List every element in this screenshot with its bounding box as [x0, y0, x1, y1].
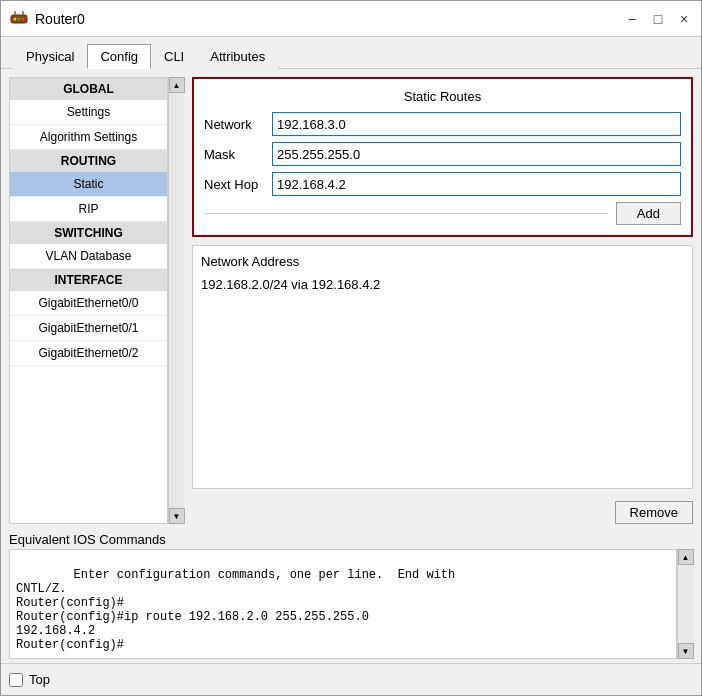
sidebar-item-vlan-database[interactable]: VLAN Database	[10, 244, 167, 269]
window-controls: − □ ×	[623, 10, 693, 28]
sidebar-item-settings[interactable]: Settings	[10, 100, 167, 125]
nexthop-row: Next Hop	[204, 172, 681, 196]
network-row: Network	[204, 112, 681, 136]
sidebar-list: GLOBAL Settings Algorithm Settings ROUTI…	[9, 77, 168, 524]
sidebar-item-ge02[interactable]: GigabitEthernet0/2	[10, 341, 167, 366]
maximize-button[interactable]: □	[649, 10, 667, 28]
sidebar-header-routing: ROUTING	[10, 150, 167, 172]
sidebar-header-switching: SWITCHING	[10, 222, 167, 244]
mask-label: Mask	[204, 147, 272, 162]
top-checkbox[interactable]	[9, 673, 23, 687]
bottom-panel: Equivalent IOS Commands Enter configurat…	[1, 532, 701, 663]
ios-scroll-down[interactable]: ▼	[678, 643, 694, 659]
remove-button[interactable]: Remove	[615, 501, 693, 524]
sidebar-item-ge00[interactable]: GigabitEthernet0/0	[10, 291, 167, 316]
mask-row: Mask	[204, 142, 681, 166]
sidebar: GLOBAL Settings Algorithm Settings ROUTI…	[9, 77, 184, 524]
sidebar-header-interface: INTERFACE	[10, 269, 167, 291]
add-button[interactable]: Add	[616, 202, 681, 225]
sidebar-item-static[interactable]: Static	[10, 172, 167, 197]
network-label: Network	[204, 117, 272, 132]
svg-rect-5	[22, 11, 24, 15]
ios-scrollbar[interactable]: ▲ ▼	[677, 549, 693, 659]
sidebar-header-global: GLOBAL	[10, 78, 167, 100]
svg-point-2	[18, 17, 21, 20]
ios-scroll-up[interactable]: ▲	[678, 549, 694, 565]
static-routes-box: Static Routes Network Mask Next Hop Add	[192, 77, 693, 237]
static-routes-title: Static Routes	[204, 89, 681, 104]
scroll-up-arrow[interactable]: ▲	[169, 77, 185, 93]
scroll-down-arrow[interactable]: ▼	[169, 508, 185, 524]
ios-console[interactable]: Enter configuration commands, one per li…	[9, 549, 677, 659]
form-divider	[204, 213, 608, 214]
window-title: Router0	[35, 11, 623, 27]
svg-rect-4	[14, 11, 16, 15]
tab-config[interactable]: Config	[87, 44, 151, 69]
sidebar-scrollbar[interactable]: ▲ ▼	[168, 77, 184, 524]
router-icon	[9, 9, 29, 29]
svg-point-3	[22, 17, 25, 20]
network-address-box: Network Address 192.168.2.0/24 via 192.1…	[192, 245, 693, 489]
sidebar-item-algorithm-settings[interactable]: Algorithm Settings	[10, 125, 167, 150]
ios-console-wrap: Enter configuration commands, one per li…	[9, 549, 693, 659]
tab-physical[interactable]: Physical	[13, 44, 87, 69]
tab-bar: Physical Config CLI Attributes	[1, 37, 701, 69]
sidebar-item-rip[interactable]: RIP	[10, 197, 167, 222]
add-row: Add	[204, 202, 681, 225]
status-bar: Top	[1, 663, 701, 695]
ios-label: Equivalent IOS Commands	[9, 532, 693, 547]
nexthop-input[interactable]	[272, 172, 681, 196]
mask-input[interactable]	[272, 142, 681, 166]
remove-row: Remove	[192, 501, 693, 524]
close-button[interactable]: ×	[675, 10, 693, 28]
network-address-title: Network Address	[201, 254, 684, 269]
tab-attributes[interactable]: Attributes	[197, 44, 278, 69]
network-address-entry: 192.168.2.0/24 via 192.168.4.2	[201, 275, 684, 294]
svg-point-1	[14, 17, 17, 20]
network-input[interactable]	[272, 112, 681, 136]
top-checkbox-wrap: Top	[9, 672, 50, 687]
tab-cli[interactable]: CLI	[151, 44, 197, 69]
minimize-button[interactable]: −	[623, 10, 641, 28]
right-panel: Static Routes Network Mask Next Hop Add	[192, 77, 693, 524]
nexthop-label: Next Hop	[204, 177, 272, 192]
main-window: Router0 − □ × Physical Config CLI Attrib…	[0, 0, 702, 696]
top-label: Top	[29, 672, 50, 687]
title-bar: Router0 − □ ×	[1, 1, 701, 37]
main-content: GLOBAL Settings Algorithm Settings ROUTI…	[1, 69, 701, 532]
sidebar-item-ge01[interactable]: GigabitEthernet0/1	[10, 316, 167, 341]
